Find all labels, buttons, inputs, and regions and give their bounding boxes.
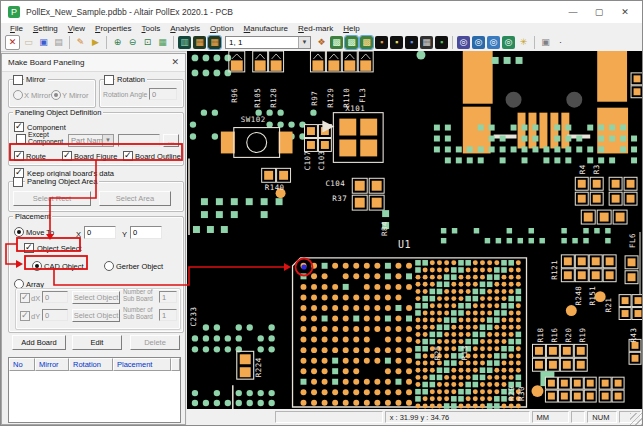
y-input[interactable] [130,226,162,239]
x-input[interactable] [84,226,116,239]
dy-checkbox[interactable] [20,311,30,321]
wand-icon[interactable]: ✳ [517,36,530,49]
rotation-angle-input[interactable] [149,88,177,100]
make-board-paneling-dialog: Make Board Paneling ✕ Mirror X Mirror Y … [1,53,186,425]
pcb-label-r248: R248 [574,286,583,306]
dialog-title-bar[interactable]: Make Board Paneling ✕ [2,54,185,72]
display-parts-icon[interactable]: ▪ [390,36,403,49]
select-area-button[interactable]: Select Area [99,191,171,206]
part-name-combo[interactable]: Part Name▼ [68,134,114,147]
sub-board-input-dy[interactable] [159,309,177,321]
check-emc-icon[interactable]: ◎ [502,36,515,49]
combo-dropdown-icon[interactable]: ▼ [298,37,310,48]
board-position-combo[interactable]: 1, 1▼ [225,36,311,49]
dy-input[interactable] [42,309,68,321]
title-bar: P PollEx_New_Sample.pdbb - Altair PollEx… [1,1,642,24]
paneling-object-area-label: Paneling Object Area [25,177,99,186]
pcb-viewport[interactable]: R96R105R128R97R129R110FL3SW102X101C107C1… [187,51,642,409]
check-signal-icon[interactable]: ◎ [472,36,485,49]
dialog-close-icon[interactable]: ✕ [171,57,179,67]
col-no[interactable]: No [9,358,35,371]
gerber-object-radio[interactable] [104,261,114,271]
component-checkbox[interactable] [14,122,24,132]
menu-setting[interactable]: Setting [28,24,63,33]
board-outline-checkbox[interactable] [123,151,133,161]
menu-option[interactable]: Option [205,24,239,33]
pcb-bottom-view-icon[interactable]: ▦ [208,36,221,49]
except-filter-input[interactable] [118,134,160,147]
menu-redmark[interactable]: Red-mark [293,24,338,33]
menu-tools[interactable]: Tools [137,24,166,33]
menu-view[interactable]: View [63,24,90,33]
menu-analysis[interactable]: Analysis [165,24,205,33]
paneling-table[interactable]: No Mirror Rotation Placement [8,357,181,423]
select-object-button-dy[interactable]: Select Object [72,309,120,322]
save-icon[interactable]: ▣ [37,36,50,49]
paneling-object-area-checkbox[interactable] [13,177,23,187]
check-thermal-icon[interactable]: ◎ [487,36,500,49]
markup-pens-icon[interactable]: ✎ [74,36,87,49]
delete-button[interactable]: Delete [130,335,180,350]
display-layers-icon[interactable]: ▪ [375,36,388,49]
cad-object-radio[interactable] [32,261,42,271]
wizard-icon[interactable]: ❖ [315,36,328,49]
display-board-icon[interactable]: ▪ [435,36,448,49]
move-to-radio[interactable] [14,227,24,237]
pcb-canvas[interactable]: R96R105R128R97R129R110FL3SW102X101C107C1… [187,51,642,409]
pcb-label-fl3: FL3 [358,88,367,103]
mirror-label: Mirror [24,75,48,84]
menu-help[interactable]: Help [338,24,364,33]
pcb-top-view-icon[interactable]: ▦ [193,36,206,49]
print-icon[interactable]: ▤ [52,36,65,49]
open-icon[interactable]: ▭ [22,36,35,49]
display-nets-icon[interactable]: ▪ [405,36,418,49]
zoom-window-icon[interactable]: ⊡ [141,36,154,49]
panel-edit-icon[interactable]: ▩ [330,36,343,49]
route-checkbox[interactable] [14,151,24,161]
overflow-dot[interactable]: · [554,36,567,49]
y-mirror-label: Y Mirror [62,91,89,100]
col-rotation[interactable]: Rotation [69,358,113,371]
close-file-icon[interactable]: ✕ [5,35,20,50]
pcb-label-r105: R105 [253,88,262,108]
rotation-checkbox[interactable] [104,75,114,85]
add-board-button[interactable]: Add Board [12,335,66,350]
x-mirror-radio[interactable] [13,90,23,100]
except-component-checkbox[interactable] [16,134,26,144]
display-grid-icon[interactable]: ▦ [420,36,433,49]
capture-icon[interactable]: ▣ [539,36,552,49]
paneling-table-body[interactable] [9,371,180,422]
object-select-checkbox[interactable] [24,243,34,253]
pcb-label-r21: R21 [604,298,613,313]
check-dfm-icon[interactable]: ◎ [457,36,470,49]
layer-panel-icon[interactable]: ▥ [178,36,191,49]
select-rect-button[interactable]: Select Rect [13,191,91,206]
zoom-in-icon[interactable]: ⊕ [111,36,124,49]
dx-input[interactable] [42,291,68,303]
sub-board-input-dx[interactable] [159,291,177,303]
board-figure-checkbox[interactable] [62,151,72,161]
y-mirror-radio[interactable] [51,90,61,100]
maximize-button[interactable]: ▢ [586,3,612,21]
select-arrow-icon[interactable]: ▶ [89,36,102,49]
col-mirror[interactable]: Mirror [35,358,69,371]
menu-manufacture[interactable]: Manufacture [239,24,293,33]
zoom-out-icon[interactable]: ⊖ [126,36,139,49]
zoom-fit-icon[interactable]: ▦ [156,36,169,49]
mirror-checkbox[interactable] [13,75,23,85]
dx-checkbox[interactable] [20,293,30,303]
edit-button[interactable]: Edit [72,335,122,350]
menu-properties[interactable]: Properties [90,24,136,33]
resize-grip[interactable] [630,413,642,425]
close-button[interactable]: ✕ [612,3,638,21]
select-object-button-dx[interactable]: Select Object [72,291,120,304]
panel-copy-icon[interactable]: ▩ [345,36,358,49]
pcb-label-r30: R30 [517,386,526,401]
minimize-button[interactable]: — [560,3,586,21]
col-placement[interactable]: Placement [113,358,171,371]
rotation-angle-label: Rotation Angle [103,91,147,98]
browse-button[interactable]: ... [163,134,179,147]
pcb-label-c104: C104 [325,179,345,188]
panel-route-icon[interactable]: ▩ [360,36,373,49]
menu-file[interactable]: File [5,24,28,33]
